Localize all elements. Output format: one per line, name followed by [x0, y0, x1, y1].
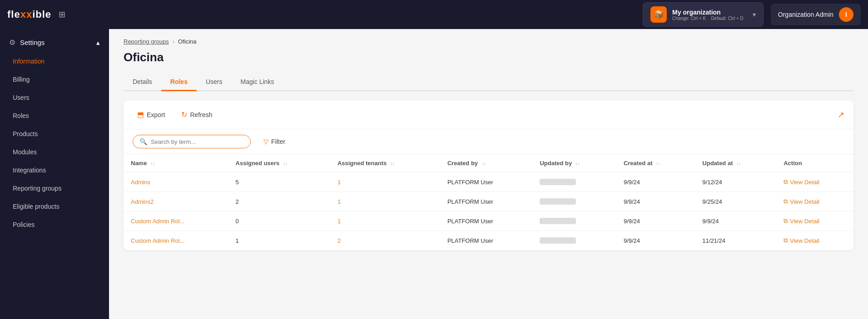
tabs: Details Roles Users Magic Links — [124, 74, 853, 91]
sidebar-item-eligible-products[interactable]: Eligible products — [0, 197, 109, 216]
user-menu[interactable]: Organization Admin I — [771, 4, 861, 25]
search-input-wrap[interactable]: 🔍 — [133, 135, 251, 148]
row-created-at: 9/9/24 — [616, 211, 695, 231]
row-created-at: 9/9/24 — [616, 231, 695, 250]
table-row: Custom Admin Rol... 0 1 PLATFORM User 9/… — [124, 211, 853, 231]
grid-icon[interactable]: ⊞ — [59, 10, 65, 20]
row-created-at: 9/9/24 — [616, 192, 695, 211]
export-button[interactable]: ⬒ Export — [133, 108, 169, 122]
app-logo: flexxible — [7, 9, 51, 20]
sidebar-item-policies[interactable]: Policies — [0, 216, 109, 234]
row-assigned-users: 2 — [228, 192, 330, 211]
sort-assigned-tenants-icon[interactable]: ↑↓ — [390, 161, 395, 166]
sidebar-item-products[interactable]: Products — [0, 125, 109, 143]
table-row: Admins2 2 1 PLATFORM User 9/9/24 9/25/24… — [124, 192, 853, 211]
sort-updated-by-icon[interactable]: ↑↓ — [575, 161, 580, 166]
org-icon: 📦 — [650, 6, 667, 23]
data-table: Name ↑↓ Assigned users ↑↓ Assigned tenan… — [124, 154, 853, 250]
row-updated-at: 9/25/24 — [695, 192, 776, 211]
toolbar: ⬒ Export ↻ Refresh ↗ — [124, 100, 853, 129]
sort-name-icon[interactable]: ↑↓ — [150, 161, 155, 166]
view-detail-button[interactable]: ⧉ View Detail — [784, 237, 819, 244]
view-detail-button[interactable]: ⧉ View Detail — [784, 198, 819, 205]
row-action: ⧉ View Detail — [776, 231, 853, 250]
sort-updated-at-icon[interactable]: ↑↓ — [736, 161, 741, 166]
sidebar-item-roles[interactable]: Roles — [0, 107, 109, 125]
sort-created-at-icon[interactable]: ↑↓ — [656, 161, 660, 166]
col-name: Name ↑↓ — [124, 154, 228, 172]
chevron-up-icon: ▴ — [96, 39, 100, 47]
row-updated-by — [532, 211, 616, 231]
tab-users[interactable]: Users — [197, 74, 232, 91]
tab-details[interactable]: Details — [124, 74, 161, 91]
table-panel: ⬒ Export ↻ Refresh ↗ 🔍 — [124, 100, 853, 250]
col-created-by: Created by ↑↓ — [440, 154, 533, 172]
sidebar-section-settings: ⚙ Settings ▴ Information Billing Users R… — [0, 29, 109, 237]
row-name[interactable]: Admins — [124, 172, 228, 192]
export-icon: ⬒ — [137, 110, 144, 119]
tab-roles[interactable]: Roles — [161, 74, 197, 91]
row-assigned-tenants[interactable]: 1 — [330, 192, 440, 211]
table-row: Admins 5 1 PLATFORM User 9/9/24 9/12/24 … — [124, 172, 853, 192]
row-assigned-tenants[interactable]: 1 — [330, 172, 440, 192]
row-name[interactable]: Admins2 — [124, 192, 228, 211]
view-detail-button[interactable]: ⧉ View Detail — [784, 178, 819, 186]
main-content: Reporting groups › Oficina Oficina Detai… — [109, 29, 868, 319]
search-icon: 🔍 — [139, 138, 147, 145]
row-assigned-users: 5 — [228, 172, 330, 192]
main-layout: ⚙ Settings ▴ Information Billing Users R… — [0, 29, 868, 319]
sidebar-item-information[interactable]: Information — [0, 52, 109, 70]
org-switcher[interactable]: 📦 My organization Change: Ctrl + K Defau… — [643, 2, 764, 27]
sidebar-settings-label: Settings — [20, 39, 45, 46]
external-link-icon: ⧉ — [784, 198, 788, 205]
sidebar-settings-header[interactable]: ⚙ Settings ▴ — [0, 33, 109, 52]
row-name[interactable]: Custom Admin Rol... — [124, 231, 228, 250]
expand-button[interactable]: ↗ — [838, 110, 844, 120]
row-name[interactable]: Custom Admin Rol... — [124, 211, 228, 231]
org-text: My organization Change: Ctrl + K Default… — [672, 9, 744, 21]
org-name: My organization — [672, 9, 744, 16]
row-assigned-tenants[interactable]: 2 — [330, 231, 440, 250]
table-header-row: Name ↑↓ Assigned users ↑↓ Assigned tenan… — [124, 154, 853, 172]
table-scroll-wrap[interactable]: Name ↑↓ Assigned users ↑↓ Assigned tenan… — [124, 154, 853, 250]
breadcrumb-parent-link[interactable]: Reporting groups — [124, 38, 169, 45]
sidebar-item-integrations[interactable]: Integrations — [0, 161, 109, 179]
col-updated-at: Updated at ↑↓ — [695, 154, 776, 172]
row-created-at: 9/9/24 — [616, 172, 695, 192]
col-created-at: Created at ↑↓ — [616, 154, 695, 172]
sidebar-item-users[interactable]: Users — [0, 88, 109, 107]
row-updated-by — [532, 172, 616, 192]
row-updated-at: 11/21/24 — [695, 231, 776, 250]
col-action: Action — [776, 154, 853, 172]
avatar: I — [839, 7, 853, 22]
breadcrumb-current: Oficina — [178, 38, 196, 45]
search-input[interactable] — [151, 138, 244, 145]
row-updated-by — [532, 192, 616, 211]
breadcrumb-separator: › — [173, 38, 174, 45]
settings-icon: ⚙ — [9, 38, 15, 47]
row-assigned-users: 0 — [228, 211, 330, 231]
row-assigned-users: 1 — [228, 231, 330, 250]
sort-created-by-icon[interactable]: ↑↓ — [481, 161, 486, 166]
sidebar: ⚙ Settings ▴ Information Billing Users R… — [0, 29, 109, 319]
sidebar-item-modules[interactable]: Modules — [0, 143, 109, 161]
chevron-down-icon: ▾ — [753, 11, 756, 18]
refresh-button[interactable]: ↻ Refresh — [177, 108, 217, 122]
external-link-icon: ⧉ — [784, 237, 788, 244]
row-created-by: PLATFORM User — [440, 192, 533, 211]
col-updated-by: Updated by ↑↓ — [532, 154, 616, 172]
sort-assigned-users-icon[interactable]: ↑↓ — [283, 161, 288, 166]
filter-button[interactable]: ▽ Filter — [258, 135, 291, 148]
external-link-icon: ⧉ — [784, 178, 788, 186]
filter-icon: ▽ — [263, 138, 268, 145]
tab-magic-links[interactable]: Magic Links — [231, 74, 283, 91]
row-assigned-tenants[interactable]: 1 — [330, 211, 440, 231]
toolbar-left: ⬒ Export ↻ Refresh — [133, 108, 217, 122]
sidebar-item-billing[interactable]: Billing — [0, 70, 109, 88]
expand-icon: ↗ — [838, 110, 844, 119]
sidebar-item-reporting-groups[interactable]: Reporting groups — [0, 179, 109, 197]
user-name: Organization Admin — [778, 11, 833, 18]
search-bar-row: 🔍 ▽ Filter — [124, 129, 853, 154]
view-detail-button[interactable]: ⧉ View Detail — [784, 217, 819, 225]
page-title: Oficina — [124, 50, 853, 64]
